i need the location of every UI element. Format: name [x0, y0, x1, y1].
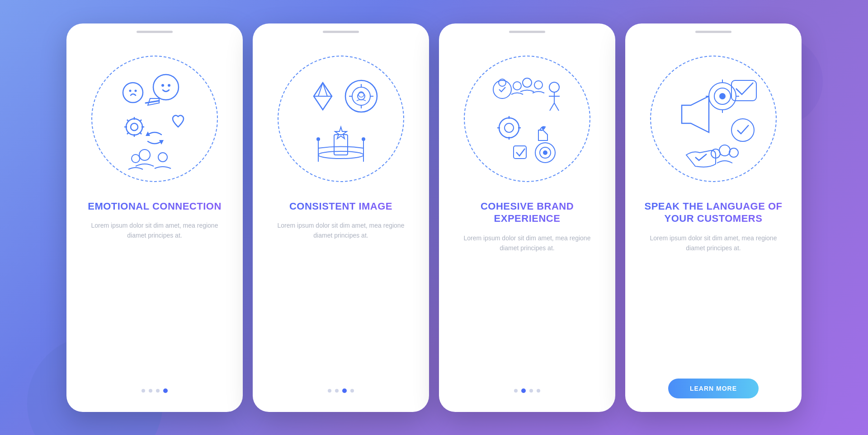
svg-point-44: [513, 82, 521, 90]
svg-point-64: [719, 93, 726, 99]
card-body-4: Lorem ipsum dolor sit dim amet, mea regi…: [625, 233, 802, 253]
svg-line-49: [554, 103, 559, 111]
svg-point-59: [543, 150, 547, 155]
dashed-circle-4: [650, 56, 777, 182]
dashed-circle-1: [91, 56, 218, 182]
illustration-svg-1: [96, 60, 213, 178]
svg-point-19: [158, 153, 167, 162]
svg-point-40: [493, 80, 511, 98]
illustration-area-4: [625, 37, 802, 200]
svg-point-3: [123, 83, 143, 103]
svg-point-60: [542, 126, 544, 129]
svg-point-72: [729, 148, 738, 157]
svg-marker-35: [335, 127, 347, 139]
dot: [537, 389, 540, 393]
svg-point-5: [135, 89, 137, 92]
svg-line-48: [550, 103, 554, 111]
cards-container: EMOTIONAL CONNECTION Lorem ipsum dolor s…: [66, 23, 802, 412]
svg-point-43: [534, 81, 542, 89]
svg-rect-56: [514, 146, 526, 159]
card-body-2: Lorem ipsum dolor sit dim amet, mea regi…: [253, 220, 429, 241]
card-title-2: CONSISTENT IMAGE: [276, 200, 406, 213]
dot: [514, 389, 518, 393]
illustration-svg-4: [655, 60, 772, 178]
dashed-circle-2: [278, 56, 404, 182]
svg-point-70: [731, 119, 754, 141]
svg-point-71: [719, 145, 730, 156]
learn-more-button[interactable]: LEARN MORE: [668, 379, 759, 398]
svg-point-7: [131, 123, 138, 131]
illustration-area-3: [439, 37, 615, 200]
svg-point-37: [316, 137, 320, 141]
phone-card-emotional-connection: EMOTIONAL CONNECTION Lorem ipsum dolor s…: [66, 23, 243, 412]
dot-active: [521, 388, 526, 393]
svg-point-1: [161, 84, 164, 87]
dots-2: [328, 388, 354, 393]
dot: [350, 389, 354, 393]
svg-point-4: [129, 89, 132, 92]
dashed-circle-3: [464, 56, 590, 182]
svg-point-26: [352, 87, 370, 105]
svg-point-50: [499, 118, 519, 138]
svg-rect-34: [334, 135, 348, 155]
dot: [149, 389, 152, 393]
dot-active: [163, 388, 168, 393]
card-title-4: SPEAK THE LANGUAGE OF YOUR CUSTOMERS: [625, 200, 802, 225]
svg-line-14: [127, 132, 129, 134]
phone-notch: [695, 31, 731, 33]
card-title-1: EMOTIONAL CONNECTION: [74, 200, 235, 213]
svg-point-0: [153, 75, 179, 100]
dot: [335, 389, 339, 393]
phone-card-speak-language: SPEAK THE LANGUAGE OF YOUR CUSTOMERS Lor…: [625, 23, 802, 412]
dot: [529, 389, 533, 393]
illustration-svg-2: [282, 60, 400, 178]
svg-point-20: [132, 154, 140, 163]
phone-card-cohesive-brand: COHESIVE BRAND EXPERIENCE Lorem ipsum do…: [439, 23, 615, 412]
svg-point-39: [362, 137, 365, 141]
card-title-3: COHESIVE BRAND EXPERIENCE: [439, 200, 615, 225]
svg-line-13: [140, 132, 142, 134]
dots-3: [514, 388, 540, 393]
dots-1: [142, 388, 168, 393]
illustration-svg-3: [468, 60, 586, 178]
svg-point-2: [168, 84, 170, 87]
svg-point-18: [139, 150, 150, 160]
dot: [328, 389, 331, 393]
svg-point-45: [549, 82, 559, 92]
phone-notch: [509, 31, 545, 33]
phone-card-consistent-image: CONSISTENT IMAGE Lorem ipsum dolor sit d…: [253, 23, 429, 412]
card-body-1: Lorem ipsum dolor sit dim amet, mea regi…: [66, 220, 243, 241]
phone-notch: [137, 31, 173, 33]
dot-active: [342, 388, 347, 393]
svg-point-51: [505, 123, 514, 132]
dot: [156, 389, 160, 393]
dot: [142, 389, 145, 393]
card-body-3: Lorem ipsum dolor sit dim amet, mea regi…: [439, 233, 615, 253]
svg-line-12: [127, 120, 129, 122]
illustration-area-2: [253, 37, 429, 200]
phone-notch: [323, 31, 359, 33]
svg-line-15: [140, 120, 142, 122]
illustration-area-1: [66, 37, 243, 200]
svg-point-42: [523, 78, 532, 87]
